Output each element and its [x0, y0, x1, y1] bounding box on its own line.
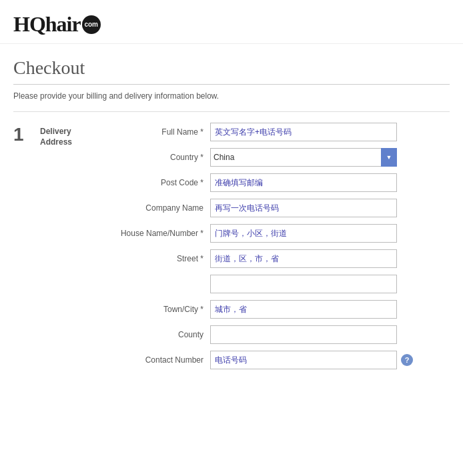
country-select-wrapper: China United Kingdom United States Franc… [210, 148, 397, 167]
house-input-wrapper [210, 224, 397, 243]
house-row: House Name/Number * [113, 224, 450, 243]
post-code-input[interactable] [210, 173, 397, 192]
street2-input-wrapper [210, 275, 397, 293]
house-label: House Name/Number * [113, 229, 210, 238]
step-number: 1 [13, 124, 40, 145]
delivery-section: 1 Delivery Address Full Name * Country *… [13, 111, 450, 376]
company-name-row: Company Name [113, 199, 450, 217]
contact-input-wrapper [210, 351, 397, 369]
section-label: Delivery Address [40, 127, 113, 147]
company-name-input[interactable] [210, 199, 397, 217]
company-name-label: Company Name [113, 203, 210, 213]
logo-com-badge: com [82, 15, 101, 34]
post-code-input-wrapper [210, 173, 397, 192]
town-input[interactable] [210, 300, 397, 319]
full-name-input[interactable] [210, 123, 397, 141]
street-input-wrapper [210, 249, 397, 268]
page-subtitle: Please provide your billing and delivery… [13, 91, 450, 101]
street-input[interactable] [210, 249, 397, 268]
street2-input[interactable] [210, 275, 397, 293]
form-fields: Full Name * Country * China United Kingd… [113, 123, 450, 376]
page-divider [13, 84, 450, 85]
town-input-wrapper [210, 300, 397, 319]
company-name-input-wrapper [210, 199, 397, 217]
street-label: Street * [113, 254, 210, 263]
contact-label: Contact Number [113, 355, 210, 365]
logo-text: HQhair [13, 12, 81, 37]
contact-row: Contact Number ? [113, 351, 450, 369]
logo: HQhair com [13, 12, 450, 37]
full-name-input-wrapper [210, 123, 397, 141]
post-code-label: Post Code * [113, 178, 210, 187]
county-input-wrapper [210, 325, 397, 344]
town-row: Town/City * [113, 300, 450, 319]
country-select[interactable]: China United Kingdom United States Franc… [210, 148, 397, 167]
house-input[interactable] [210, 224, 397, 243]
page-header: HQhair com [0, 0, 463, 44]
country-label: Country * [113, 153, 210, 162]
county-input[interactable] [210, 325, 397, 344]
page-title: Checkout [13, 57, 450, 79]
full-name-label: Full Name * [113, 127, 210, 137]
country-row: Country * China United Kingdom United St… [113, 148, 450, 167]
post-code-row: Post Code * [113, 173, 450, 192]
street2-row [113, 275, 450, 293]
contact-input[interactable] [210, 351, 397, 369]
full-name-row: Full Name * [113, 123, 450, 141]
county-row: County [113, 325, 450, 344]
help-icon[interactable]: ? [401, 354, 413, 366]
page-content: Checkout Please provide your billing and… [0, 44, 463, 389]
county-label: County [113, 330, 210, 339]
town-label: Town/City * [113, 305, 210, 314]
street-row: Street * [113, 249, 450, 268]
